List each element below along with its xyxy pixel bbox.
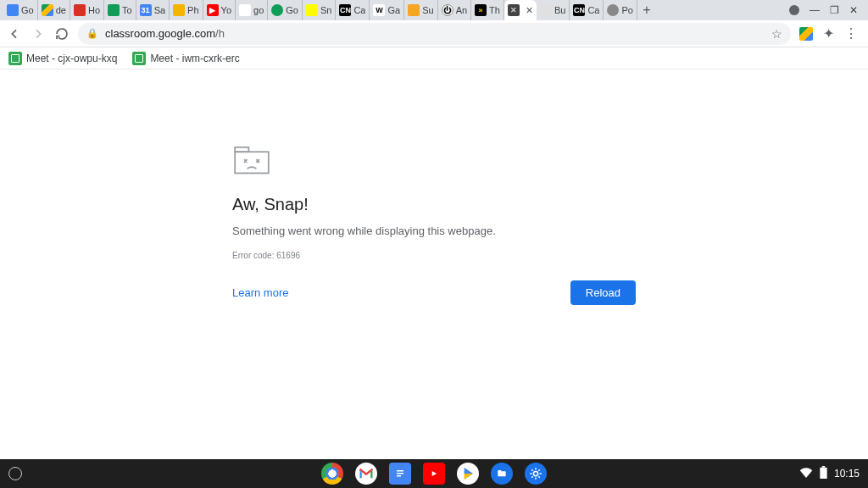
youtube-app-icon[interactable] <box>423 463 445 485</box>
tab[interactable]: To <box>104 0 136 20</box>
tab[interactable]: WGa <box>370 0 404 20</box>
tab-label: Yo <box>221 5 231 15</box>
favicon-docs-icon <box>7 4 19 16</box>
back-button[interactable] <box>7 26 22 42</box>
lock-icon: 🔒 <box>86 28 98 39</box>
error-title: Aw, Snap! <box>232 195 636 214</box>
launcher-button[interactable] <box>8 467 22 480</box>
tab[interactable]: Go <box>268 0 303 20</box>
svg-rect-10 <box>498 470 501 472</box>
favicon-calendar-icon: 31 <box>140 4 152 16</box>
favicon-google-icon: G <box>239 4 251 16</box>
tab-label: Su <box>422 5 433 15</box>
gmail-app-icon[interactable] <box>355 463 377 485</box>
tab[interactable]: Po <box>604 0 637 20</box>
tab-label: Ho <box>88 5 100 15</box>
favicon-youtube-icon: ▶ <box>207 4 219 16</box>
learn-more-link[interactable]: Learn more <box>232 286 288 299</box>
favicon-red-icon <box>74 4 86 16</box>
menu-icon[interactable]: ⋮ <box>844 25 858 42</box>
tab-label: Ca <box>587 5 599 15</box>
favicon-snapchat-icon <box>306 4 318 16</box>
tab-label: Go <box>21 5 34 15</box>
docs-app-icon[interactable] <box>389 463 411 485</box>
favicon-wikipedia-icon: W <box>373 4 385 16</box>
tab-label: To <box>122 5 132 15</box>
bookmark-label: Meet - iwm-cxrk-erc <box>150 53 239 64</box>
svg-rect-3 <box>397 470 403 472</box>
tab[interactable]: de <box>38 0 70 20</box>
tab-active[interactable]: ✕✕ <box>504 0 537 20</box>
new-tab-button[interactable]: + <box>637 3 656 18</box>
favicon-th-icon: » <box>475 4 487 16</box>
tab[interactable]: Su <box>404 0 437 20</box>
tab[interactable]: ⏻An <box>438 0 471 20</box>
meet-icon <box>132 52 146 65</box>
tab-label: Ph <box>187 5 198 15</box>
chromeos-shelf: 10:15 <box>0 459 868 488</box>
browser-toolbar: 🔒 classroom.google.com/h ☆ ✦ ⋮ <box>0 20 868 47</box>
reload-button[interactable] <box>54 26 70 42</box>
bookmark-item[interactable]: Meet - cjx-owpu-kxq <box>8 52 117 65</box>
tab-label: Ca <box>353 5 365 15</box>
bookmark-label: Meet - cjx-owpu-kxq <box>26 53 117 64</box>
tab[interactable]: Ph <box>170 0 203 20</box>
tab[interactable]: »Th <box>471 0 504 20</box>
tab[interactable]: Sn <box>303 0 336 20</box>
bookmark-item[interactable]: Meet - iwm-cxrk-erc <box>132 52 239 65</box>
svg-rect-1 <box>235 147 248 152</box>
settings-app-icon[interactable] <box>525 463 547 485</box>
tab-overview-icon[interactable] <box>789 5 799 15</box>
extensions-icon[interactable]: ✦ <box>823 25 834 42</box>
close-window-icon[interactable]: ✕ <box>849 4 858 16</box>
tab[interactable]: CNCa <box>570 0 604 20</box>
status-tray[interactable]: 10:15 <box>799 466 860 481</box>
favicon-slides-icon <box>173 4 185 16</box>
tab-label: Po <box>621 5 632 15</box>
error-panel: Aw, Snap! Something went wrong while dis… <box>232 146 636 305</box>
drive-icon[interactable] <box>799 27 813 41</box>
tab-strip: Go de Ho To 31Sa Ph ▶Yo Ggo Go Sn CNCa W… <box>0 0 868 20</box>
play-store-app-icon[interactable] <box>457 463 479 485</box>
url: classroom.google.com/h <box>105 27 225 40</box>
address-bar[interactable]: 🔒 classroom.google.com/h ☆ <box>78 23 791 45</box>
tab-label: de <box>56 5 66 15</box>
wifi-icon <box>799 468 813 480</box>
tab-label: Go <box>286 5 298 15</box>
svg-rect-13 <box>822 466 825 468</box>
favicon-hangouts-icon <box>271 4 283 16</box>
tab[interactable]: Go <box>3 0 38 20</box>
favicon-power-icon: ⏻ <box>442 4 453 16</box>
bookmark-star-icon[interactable]: ☆ <box>771 27 782 41</box>
toolbar-actions: ✦ ⋮ <box>799 25 861 42</box>
meet-icon <box>8 52 22 65</box>
tab-label: Sa <box>154 5 165 15</box>
tab[interactable]: Bu <box>537 0 570 20</box>
window-controls: — ❐ ✕ <box>782 4 865 16</box>
favicon-cn-icon: CN <box>573 4 585 16</box>
tab[interactable]: ▶Yo <box>203 0 236 20</box>
tab[interactable]: Ho <box>70 0 104 20</box>
close-tab-icon[interactable]: ✕ <box>526 5 533 16</box>
chrome-app-icon[interactable] <box>321 463 343 485</box>
tab[interactable]: Ggo <box>236 0 268 20</box>
tab[interactable]: CNCa <box>336 0 370 20</box>
reload-page-button[interactable]: Reload <box>570 280 636 305</box>
error-message: Something went wrong while displaying th… <box>232 225 636 237</box>
tab[interactable]: 31Sa <box>136 0 170 20</box>
minimize-icon[interactable]: — <box>810 4 820 16</box>
tab-label: Bu <box>554 5 565 15</box>
error-code: Error code: 61696 <box>232 251 636 260</box>
favicon-dead-icon: ✕ <box>508 4 520 16</box>
error-actions: Learn more Reload <box>232 280 636 305</box>
tab-label: Th <box>489 5 500 15</box>
bookmarks-bar: Meet - cjx-owpu-kxq Meet - iwm-cxrk-erc <box>0 47 868 69</box>
files-app-icon[interactable] <box>491 463 513 485</box>
svg-rect-5 <box>397 475 401 477</box>
svg-rect-9 <box>498 471 505 476</box>
page-content: Aw, Snap! Something went wrong while dis… <box>0 69 868 459</box>
maximize-icon[interactable]: ❐ <box>830 4 839 16</box>
tab-label: Sn <box>320 5 331 15</box>
forward-button[interactable] <box>31 26 46 42</box>
shelf-pinned-apps <box>321 463 547 485</box>
